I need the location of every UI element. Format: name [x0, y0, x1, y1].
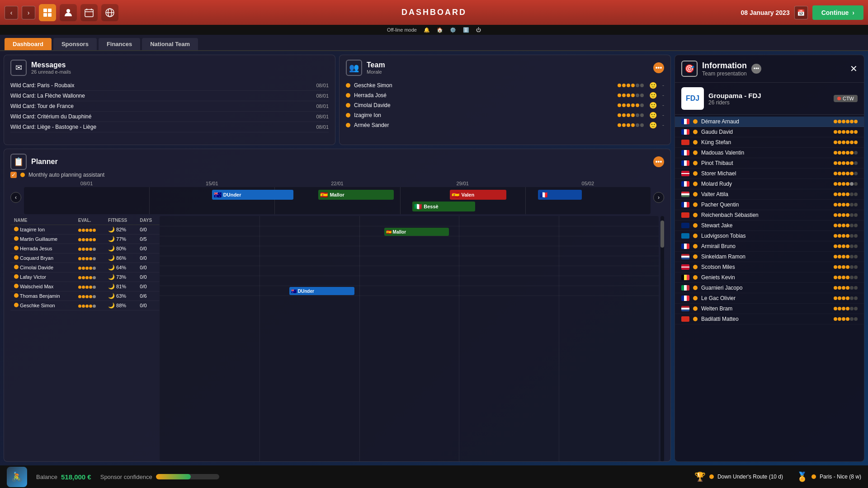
calendar-nav-icon[interactable] — [80, 4, 98, 21]
info-menu-button[interactable]: ••• — [751, 64, 761, 74]
list-item[interactable]: Valter Attila — [675, 189, 864, 200]
table-row[interactable]: Thomas Benjamin 🌙 63% 0/6 — [10, 291, 160, 301]
morale-face: 🙂 — [649, 112, 657, 119]
eval-dot — [89, 238, 92, 241]
rider-dot — [693, 265, 698, 269]
list-item[interactable]: Wild Card: La Flèche Wallonne 08/01 — [10, 91, 329, 101]
globe-nav-icon[interactable] — [101, 4, 118, 21]
table-row[interactable]: Izagirre Ion 🌙 82% 0/0 — [10, 225, 160, 235]
info-close-button[interactable]: ✕ — [850, 63, 858, 74]
list-item[interactable]: Geniets Kevin — [675, 272, 864, 283]
eval-dots — [78, 267, 96, 270]
grid-line — [559, 216, 559, 461]
list-item[interactable]: Pinot Thibaut — [675, 158, 864, 169]
table-row[interactable]: Walscheid Max 🌙 81% 0/0 — [10, 282, 160, 291]
tab-sponsors[interactable]: Sponsors — [53, 38, 97, 50]
morale-value: - — [662, 122, 664, 128]
tab-finances[interactable]: Finances — [99, 38, 140, 50]
rating-dot — [842, 255, 845, 258]
scrollbar[interactable] — [660, 216, 664, 461]
list-item[interactable]: Badilatti Matteo — [675, 314, 864, 324]
race-block[interactable]: 🇮🇹 Bessè — [412, 202, 475, 211]
race-block[interactable]: 🇫🇷 — [538, 190, 582, 200]
timeline-strip: 08/01 15/01 22/01 29/01 05/02 — [24, 181, 651, 214]
list-item[interactable]: Guarnieri Jacopo — [675, 283, 864, 293]
power-icon[interactable]: ⏻ — [476, 27, 481, 33]
rating-dot — [834, 120, 837, 123]
nav-back-button[interactable]: ‹ — [5, 6, 18, 19]
rider-dot — [693, 254, 698, 259]
tab-dashboard[interactable]: Dashboard — [5, 38, 52, 50]
home-icon[interactable]: 🏠 — [437, 27, 443, 33]
timeline-next-button[interactable]: › — [653, 192, 664, 203]
dashboard-nav-icon[interactable] — [39, 4, 56, 21]
list-item[interactable]: Stewart Jake — [675, 221, 864, 231]
info-header: 🎯 Information Team presentation ••• ✕ — [675, 55, 864, 83]
rider-race-block[interactable]: 🇦🇺 DUnder — [289, 287, 354, 295]
list-item[interactable]: Wild Card: Paris - Roubaix 08/01 — [10, 80, 329, 91]
dot — [636, 113, 639, 117]
race-block-label: Valen — [461, 192, 474, 197]
dot — [640, 123, 644, 127]
auto-planning-checkbox[interactable]: ✓ — [10, 172, 17, 178]
list-item[interactable]: Le Gac Olivier — [675, 293, 864, 304]
list-item[interactable]: Wild Card: Critérium du Dauphiné 08/01 — [10, 112, 329, 122]
list-item[interactable]: Pacher Quentin — [675, 200, 864, 210]
race-block[interactable]: 🇪🇸 Mallor — [318, 190, 393, 200]
tab-national-team[interactable]: National Team — [142, 38, 198, 50]
list-item[interactable]: Scotson Miles — [675, 262, 864, 272]
list-item[interactable]: Wild Card: Liège - Bastogne - Liège 08/0… — [10, 122, 329, 132]
calendar-btn[interactable]: 📅 — [794, 6, 808, 19]
eval-dot — [85, 229, 89, 232]
rider-race-block[interactable]: 🇪🇸 Mallor — [384, 228, 449, 236]
table-row[interactable]: Martin Guillaume 🌙 77% 0/5 — [10, 235, 160, 244]
rating-dot — [854, 296, 858, 300]
planner-menu-button[interactable]: ••• — [653, 156, 664, 167]
dot — [627, 94, 630, 97]
settings-icon[interactable]: ⚙️ — [450, 27, 456, 33]
days-value: 0/0 — [136, 263, 160, 272]
sponsor-section: Sponsor confidence — [100, 474, 219, 480]
list-item[interactable]: Küng Stefan — [675, 137, 864, 148]
rating-dot — [850, 224, 854, 227]
dot — [631, 123, 635, 127]
eval-dot — [93, 305, 96, 308]
rating-dot — [850, 141, 854, 144]
list-item[interactable]: Sinkeldam Ramon — [675, 252, 864, 262]
eval-dot — [89, 229, 92, 232]
race-block[interactable]: 🇪🇸 Valen — [450, 190, 506, 200]
list-item[interactable]: Reichenbach Sébastien — [675, 210, 864, 221]
rating-dot — [850, 286, 854, 290]
timeline-date: 08/01 — [80, 181, 93, 186]
table-row[interactable]: Cimolai Davide 🌙 64% 0/0 — [10, 263, 160, 272]
list-item[interactable]: Molard Rudy — [675, 179, 864, 189]
info-icon[interactable]: ℹ️ — [463, 27, 469, 33]
scrollbar-thumb[interactable] — [660, 221, 664, 248]
rating-dot — [842, 224, 845, 227]
list-item[interactable]: Ludvigsson Tobias — [675, 231, 864, 241]
list-item[interactable]: Armirail Bruno — [675, 241, 864, 252]
timeline-date: 22/01 — [331, 181, 344, 186]
team-menu-button[interactable]: ••• — [653, 62, 664, 73]
rating-dot — [838, 130, 841, 134]
rider-dot — [693, 296, 698, 300]
riders-nav-icon[interactable] — [60, 4, 77, 21]
list-item[interactable]: Storer Michael — [675, 169, 864, 179]
list-item[interactable]: Démare Arnaud — [675, 117, 864, 127]
table-row[interactable]: Lafay Victor 🌙 73% 0/0 — [10, 272, 160, 282]
list-item[interactable]: Madouas Valentin — [675, 148, 864, 158]
list-item[interactable]: Gaudu David — [675, 127, 864, 137]
table-row[interactable]: Coquard Bryan 🌙 86% 0/0 — [10, 253, 160, 263]
race-flag: 🇪🇸 — [452, 191, 459, 198]
table-row[interactable]: Geschke Simon 🌙 88% 0/0 — [10, 301, 160, 310]
timeline-prev-button[interactable]: ‹ — [10, 192, 21, 203]
list-item[interactable]: Welten Bram — [675, 304, 864, 314]
race-block[interactable]: 🇦🇺 DUnder — [212, 190, 293, 200]
list-item[interactable]: Wild Card: Tour de France 08/01 — [10, 101, 329, 112]
table-row[interactable]: Herrada Jesus 🌙 80% 0/0 — [10, 244, 160, 253]
nav-forward-button[interactable]: › — [22, 6, 35, 19]
eval-dot — [78, 305, 81, 308]
continue-button[interactable]: Continue › — [812, 5, 863, 20]
row-sep — [160, 296, 659, 296]
row-sep — [160, 246, 659, 246]
